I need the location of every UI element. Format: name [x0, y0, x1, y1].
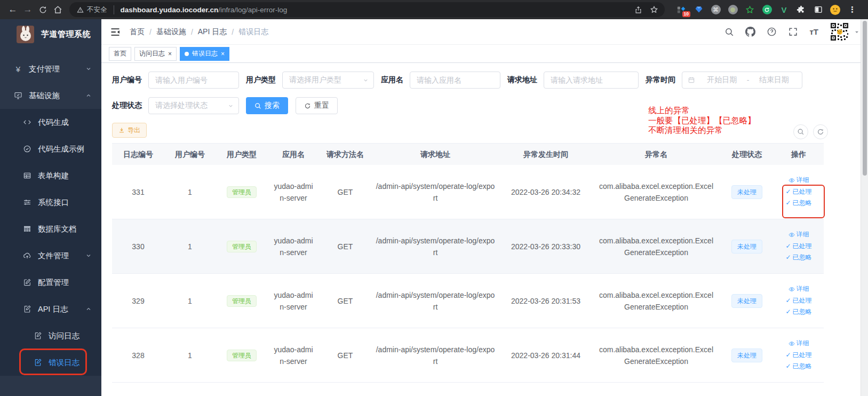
sidebar-item-db-document[interactable]: 数据库文档: [0, 216, 101, 242]
sidebar-item-api-log[interactable]: API 日志: [0, 296, 101, 322]
browser-back-icon[interactable]: ←: [5, 2, 20, 17]
detail-link[interactable]: 详细: [789, 231, 809, 239]
sync-extension-icon[interactable]: [762, 5, 772, 15]
column-header: 应用名: [268, 148, 319, 160]
user-id-input[interactable]: [148, 72, 239, 89]
sidebar-submenu: 代码生成 代码生成示例 表单构建: [0, 109, 101, 376]
sidebar-item-file-management[interactable]: 文件管理: [0, 242, 101, 269]
mark-ignored-link[interactable]: ✓已忽略: [785, 254, 811, 262]
extensions-puzzle-icon[interactable]: [796, 5, 806, 15]
mark-ignored-link[interactable]: ✓已忽略: [785, 199, 811, 208]
browser-reload-icon[interactable]: [35, 2, 50, 17]
tab-access-log[interactable]: 访问日志 ×: [134, 47, 177, 61]
app-name-input[interactable]: [410, 72, 500, 89]
reset-button[interactable]: 重置: [296, 97, 338, 114]
page-scrollbar[interactable]: [861, 19, 868, 396]
url-text[interactable]: dashboard.yudao.iocoder.cn/infra/log/api…: [121, 6, 288, 14]
sidebar-item-codegen[interactable]: 代码生成: [0, 109, 101, 136]
close-icon[interactable]: ×: [221, 51, 225, 57]
toggle-search-button[interactable]: [793, 124, 808, 139]
sidebar-item-payment[interactable]: ¥ 支付管理: [0, 56, 101, 82]
font-size-icon[interactable]: тT: [809, 27, 818, 36]
exception-time: 2022-03-26 20:33:30: [499, 241, 592, 252]
browser-home-icon[interactable]: [50, 2, 65, 17]
filter-label: 用户类型: [246, 75, 276, 85]
extension-badge-icon[interactable]: 10: [676, 5, 687, 15]
row-actions: 详细 ✓已处理 ✓已忽略: [778, 231, 819, 262]
sidebar-fold-icon[interactable]: [110, 27, 121, 37]
command-extension-icon[interactable]: ⌘: [711, 5, 721, 15]
refresh-icon: [817, 128, 824, 136]
tab-error-log[interactable]: 错误日志 ×: [180, 47, 229, 61]
gem-icon[interactable]: [694, 5, 704, 15]
refresh-table-button[interactable]: [813, 124, 828, 139]
filter-process-status: 处理状态 请选择处理状态: [112, 97, 239, 114]
mark-processed-link[interactable]: ✓已处理: [785, 188, 811, 196]
table-row: 331 1 管理员 yudao-admin-server GET /admin-…: [112, 165, 824, 219]
request-url-input[interactable]: [544, 72, 639, 89]
fullscreen-icon[interactable]: [788, 27, 798, 37]
vue-devtools-icon[interactable]: V: [779, 5, 789, 15]
close-icon[interactable]: ×: [168, 51, 172, 57]
breadcrumb-home[interactable]: 首页: [130, 27, 145, 37]
breadcrumb-api-log[interactable]: API 日志: [198, 27, 227, 37]
sidebar-item-label: 代码生成示例: [38, 144, 84, 154]
sidebar-item-label: 系统接口: [38, 197, 69, 208]
user-avatar[interactable]: [830, 22, 849, 42]
process-status-select[interactable]: 请选择处理状态: [148, 97, 239, 114]
star-extension-icon[interactable]: [745, 5, 755, 15]
breadcrumb-infrastructure[interactable]: 基础设施: [156, 27, 186, 37]
mark-ignored-link[interactable]: ✓已忽略: [785, 362, 811, 371]
status-badge: 未处理: [731, 349, 762, 362]
breadcrumb-separator: /: [149, 28, 152, 36]
tab-home[interactable]: 首页: [109, 47, 131, 61]
export-button[interactable]: 导出: [112, 123, 147, 138]
mark-processed-link[interactable]: ✓已处理: [785, 351, 811, 360]
detail-link[interactable]: 详细: [789, 285, 809, 294]
sidebar-item-label: 支付管理: [29, 64, 60, 74]
sidebar-item-access-log[interactable]: 访问日志: [0, 322, 101, 349]
sidebar-item-label: 数据库文档: [38, 224, 77, 234]
mark-ignored-link[interactable]: ✓已忽略: [785, 308, 811, 316]
profile-avatar-icon[interactable]: [830, 5, 840, 15]
security-label: 不安全: [87, 5, 107, 14]
exception-time-range-picker[interactable]: 开始日期 - 结束日期: [682, 72, 802, 89]
user-type-select[interactable]: 请选择用户类型: [282, 72, 374, 89]
split-screen-icon[interactable]: [813, 5, 823, 15]
sidebar-item-label: 文件管理: [38, 251, 69, 261]
detail-link[interactable]: 详细: [789, 339, 809, 348]
share-icon[interactable]: [631, 2, 646, 17]
mark-processed-link[interactable]: ✓已处理: [785, 297, 811, 305]
search-button[interactable]: 搜索: [246, 97, 288, 114]
log-edit-icon: [33, 331, 43, 340]
sidebar-item-config-management[interactable]: 配置管理: [0, 269, 101, 296]
tab-label: 错误日志: [192, 49, 218, 58]
browser-forward-icon[interactable]: →: [20, 2, 35, 17]
log-edit-icon: [33, 358, 43, 367]
exception-name: com.alibaba.excel.exception.ExcelGenerat…: [592, 235, 720, 258]
sidebar-item-label: 表单构建: [38, 171, 69, 181]
status-badge: 未处理: [731, 240, 762, 254]
sidebar-item-error-log[interactable]: 错误日志: [0, 349, 101, 376]
detail-link[interactable]: 详细: [789, 176, 809, 185]
edit-square-icon: [22, 278, 32, 287]
scrollbar-thumb[interactable]: [863, 21, 867, 176]
yen-icon: ¥: [13, 64, 23, 74]
bookmark-star-icon[interactable]: [647, 2, 662, 17]
security-status[interactable]: 不安全: [77, 5, 114, 14]
mark-processed-link[interactable]: ✓已处理: [785, 242, 811, 251]
address-bar[interactable]: 不安全 dashboard.yudao.iocoder.cn/infra/log…: [69, 2, 665, 17]
chrome-menu-icon[interactable]: ⋮: [847, 5, 857, 15]
avatar-caret-icon[interactable]: [854, 29, 859, 35]
filter-row-1: 用户编号 用户类型 请选择用户类型 应用名: [112, 72, 857, 89]
github-icon[interactable]: [745, 27, 755, 37]
table-row: 329 1 管理员 yudao-admin-server GET /admin-…: [112, 274, 824, 328]
sidebar-item-codegen-example[interactable]: 代码生成示例: [0, 136, 101, 162]
help-icon[interactable]: [767, 27, 777, 37]
sidebar-item-form-builder[interactable]: 表单构建: [0, 162, 101, 189]
sidebar-item-infrastructure[interactable]: 基础设施: [0, 82, 101, 109]
check-icon: ✓: [785, 242, 791, 251]
dot-circle-icon[interactable]: [728, 5, 738, 15]
header-search-icon[interactable]: [724, 27, 734, 37]
sidebar-item-system-api[interactable]: 系统接口: [0, 189, 101, 216]
